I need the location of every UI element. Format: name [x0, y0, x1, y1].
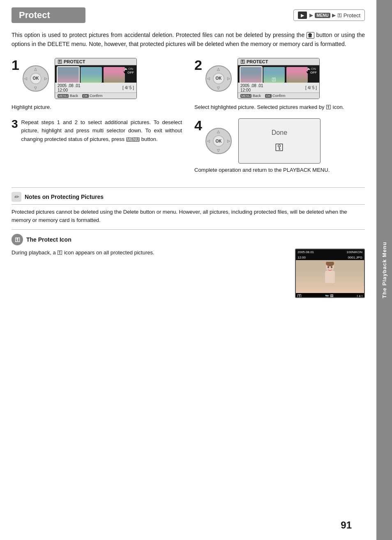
step1-caption: Highlight picture.	[12, 103, 182, 111]
step2-thumb1	[240, 67, 262, 83]
preview-count: [ 4 ]	[357, 294, 362, 298]
steps-grid: 1 △ ▽ ◁ ▷ OK	[12, 58, 365, 111]
step2-cam-header: ⚿ PROTECT	[238, 58, 319, 65]
dpad4-ok: OK	[213, 135, 224, 147]
dpad4: △ ▽ ◁ ▷ OK	[205, 128, 232, 154]
preview-filename: 0001.JPG	[348, 256, 362, 259]
preview-folder: 100NIKON	[346, 250, 362, 254]
steps34-grid: 3 Repeat steps 1 and 2 to select additio…	[12, 118, 365, 174]
step2-onoff: ON OFF	[306, 67, 317, 74]
done-screen: Done ⚿	[238, 118, 321, 164]
step2-on-label: ON	[311, 67, 316, 71]
step1-ok-icon: OK	[82, 94, 89, 98]
preview-time-bar: 12:00 0001.JPG	[296, 255, 364, 260]
step4-caption: Complete operation and return to the PLA…	[194, 166, 365, 174]
done-label: Done	[272, 129, 287, 136]
preview-bottom-bar: ⚿ 📷 🖼 [ 4 ]	[296, 293, 364, 298]
step1-triangle-up	[124, 68, 127, 70]
step1-fraction: [ 4/ 5 ]	[122, 85, 134, 90]
playback-icon: ▶	[298, 12, 307, 19]
step1-triangle-down	[123, 72, 127, 74]
dpad1-left: ◁	[24, 76, 27, 81]
step2-header: 2 △ ▽ ◁ ▷ OK	[194, 58, 365, 99]
step3-menu-icon: MENU	[126, 137, 140, 142]
step2-footer-menu: MENU Back	[240, 94, 261, 98]
side-tab-label: The Playback Menu	[381, 242, 387, 298]
dpad4-up: △	[217, 129, 220, 134]
step1-cam-info: 2005 .08 .01 12:00 [ 4/ 5 ]	[55, 83, 136, 92]
menu-icon: MENU	[315, 13, 330, 18]
step1-camera: ⚿ PROTECT	[55, 58, 137, 99]
notes-body: Protected pictures cannot be deleted usi…	[12, 205, 365, 230]
step1-thumb2	[81, 67, 102, 83]
page-number: 91	[341, 519, 352, 531]
step3-content: 3 Repeat steps 1 and 2 to select additio…	[12, 118, 182, 170]
step1-protect-label: PROTECT	[64, 59, 85, 64]
step3-text: Repeat steps 1 and 2 to select additiona…	[21, 118, 182, 143]
step2-content: △ ▽ ◁ ▷ OK ⚿ PROTECT	[205, 58, 320, 99]
step2-number: 2	[194, 58, 202, 72]
page-title: Protect	[12, 7, 85, 23]
notes-title: Notes on Protecting Pictures	[25, 194, 104, 200]
step2-camera: ⚿ PROTECT ⚿	[238, 58, 320, 99]
dpad4-left: ◁	[207, 139, 210, 143]
step2-off-label: OFF	[310, 71, 317, 74]
protect-inline-key: ⚿	[57, 249, 64, 256]
intro-paragraph: This option is used to protect pictures …	[12, 30, 365, 49]
step2-protect-label: PROTECT	[247, 59, 268, 64]
step2-date: 2005 .08 .01 12:00	[240, 83, 263, 92]
preview-image	[296, 260, 364, 293]
preview-key-bottom: ⚿	[297, 294, 302, 298]
step2-thumb3	[286, 67, 308, 83]
protect-icon-section: ⚿ The Protect Icon During playback, a ⚿ …	[12, 230, 365, 298]
step1-content: △ ▽ ◁ ▷ OK ⚿ PROTECT	[23, 58, 137, 99]
dpad1-ok: OK	[30, 73, 42, 84]
step2-dpad: △ ▽ ◁ ▷ OK	[205, 65, 232, 92]
step1-number: 1	[12, 58, 19, 72]
dpad1-down: ▽	[34, 86, 37, 90]
dpad1: △ ▽ ◁ ▷ OK	[23, 65, 49, 92]
dpad2-ok: OK	[213, 73, 224, 84]
breadcrumb-arrow2: ▶	[332, 12, 336, 18]
dpad4-right: ▷	[227, 139, 230, 143]
step2-key-inline: ⚿	[326, 104, 333, 110]
notes-icon: ✏	[12, 192, 21, 202]
dpad2-up: △	[217, 67, 220, 71]
step2-menu-icon: MENU	[240, 94, 252, 98]
main-content: Protect ▶ ▶ MENU ▶ ⚿ Protect This option…	[0, 0, 376, 540]
breadcrumb: ▶ ▶ MENU ▶ ⚿ Protect	[293, 9, 365, 21]
protect-icon-header: ⚿ The Protect Icon	[12, 234, 365, 245]
dpad1-right: ▷	[44, 76, 47, 81]
step1-thumbs-wrapper: ON OFF	[55, 65, 136, 83]
svg-rect-2	[325, 271, 335, 283]
dpad1-up: △	[34, 67, 37, 71]
protect-icon-title: The Protect Icon	[26, 236, 71, 243]
protect-icon-body: During playback, a ⚿ icon appears on all…	[12, 249, 365, 298]
step2-fraction: [ 4/ 5 ]	[305, 85, 317, 90]
step4-header: 4 △ ▽ ◁ ▷ OK	[194, 118, 365, 164]
dpad2-down: ▽	[217, 86, 220, 90]
step1-footer-menu: MENU Back	[58, 94, 78, 98]
step1-footer-ok: OK Confirm	[82, 94, 103, 98]
dpad2-right: ▷	[227, 76, 230, 81]
breadcrumb-protect-label: Protect	[344, 12, 360, 18]
step3-number: 3	[12, 118, 18, 130]
breadcrumb-arrow1: ▶	[309, 12, 313, 18]
step4-block: 4 △ ▽ ◁ ▷ OK	[194, 118, 365, 174]
step2-thumbs-wrapper: ⚿ ON	[238, 65, 319, 83]
step2-block: 2 △ ▽ ◁ ▷ OK	[194, 58, 365, 111]
step1-off-label: OFF	[127, 71, 134, 74]
step2-ok-icon: OK	[265, 94, 272, 98]
step2-cam-info: 2005 .08 .01 12:00 [ 4/ 5 ]	[238, 83, 319, 92]
done-key-icon: ⚿	[275, 142, 284, 153]
step2-triangle-down	[306, 72, 309, 74]
step1-onoff: ON OFF	[123, 67, 134, 74]
side-tab: The Playback Menu	[376, 0, 392, 540]
step1-dpad: △ ▽ ◁ ▷ OK	[23, 65, 49, 92]
protect-icon-text: During playback, a ⚿ icon appears on all…	[12, 249, 288, 257]
step1-block: 1 △ ▽ ◁ ▷ OK	[12, 58, 182, 111]
step1-menu-icon: MENU	[58, 94, 69, 98]
page-header: Protect ▶ ▶ MENU ▶ ⚿ Protect	[12, 7, 365, 23]
notes-header: ✏ Notes on Protecting Pictures	[12, 188, 365, 205]
step2-key-icon: ⚿	[240, 59, 245, 64]
